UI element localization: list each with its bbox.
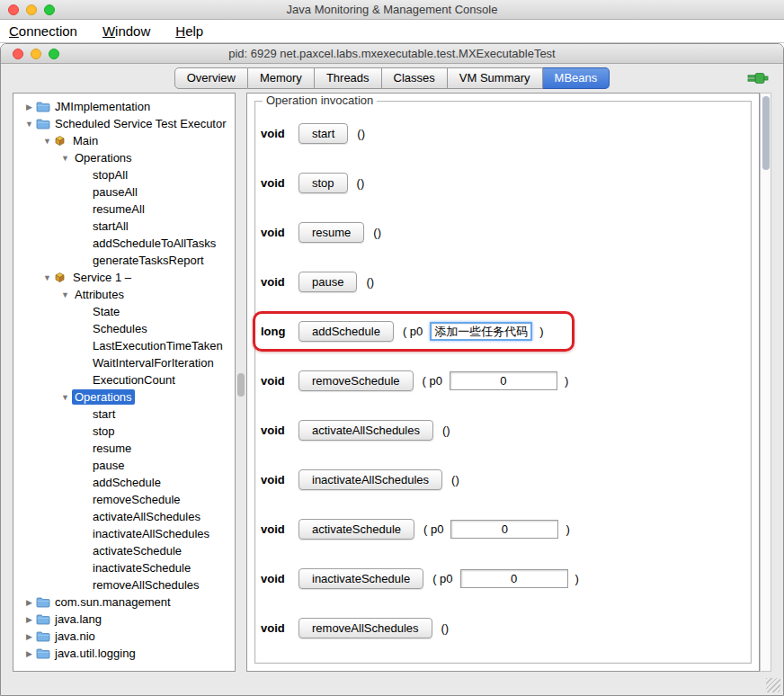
disclosure-expanded-icon[interactable]: ▼ (40, 137, 54, 146)
menu-connection[interactable]: Connection (9, 23, 77, 39)
invoke-inactivateallschedules-button[interactable]: inactivateAllSchedules (298, 469, 442, 490)
tree-item-stop[interactable]: stop (13, 423, 235, 440)
tree-item-startall[interactable]: startAll (13, 218, 235, 235)
invoke-stop-button[interactable]: stop (298, 173, 348, 193)
tree-item-stopall[interactable]: stopAll (13, 166, 235, 183)
vertical-scrollbar-thumb[interactable] (762, 96, 770, 170)
disclosure-collapsed-icon[interactable]: ▶ (22, 632, 36, 641)
tree-item-pauseall[interactable]: pauseAll (13, 183, 235, 201)
connection-minimize-button[interactable] (31, 49, 41, 59)
invoke-resume-button[interactable]: resume (298, 222, 364, 243)
tab-bar: OverviewMemoryThreadsClassesVM SummaryMB… (174, 67, 610, 89)
tree-item-resumeall[interactable]: resumeAll (13, 201, 235, 218)
tree-item-addschedule[interactable]: addSchedule (13, 474, 235, 491)
invoke-removeallschedules-button[interactable]: removeAllSchedules (298, 618, 432, 638)
invoke-start-button[interactable]: start (298, 123, 348, 144)
menu-help[interactable]: Help (175, 23, 203, 39)
invoke-pause-button[interactable]: pause (298, 272, 357, 292)
invoke-addschedule-button[interactable]: addSchedule (298, 321, 394, 342)
resize-grip[interactable] (766, 678, 780, 692)
disclosure-expanded-icon[interactable]: ▼ (58, 154, 72, 163)
zoom-button[interactable] (44, 4, 55, 15)
tree-item-activateschedule[interactable]: activateSchedule (13, 542, 235, 559)
disclosure-expanded-icon[interactable]: ▼ (58, 290, 72, 299)
menu-window[interactable]: Window (102, 23, 150, 39)
minimize-button[interactable] (26, 4, 37, 15)
removeschedule-p0-input[interactable] (450, 371, 557, 390)
tree-item-waitintervalforiteration[interactable]: WaitIntervalForIteration (13, 354, 235, 371)
tree-item-jmimplementation[interactable]: ▶JMImplementation (13, 98, 235, 115)
tree-item-resume[interactable]: resume (13, 440, 235, 457)
disclosure-expanded-icon[interactable]: ▼ (58, 393, 72, 402)
connection-zoom-button[interactable] (49, 49, 59, 59)
tab-vm-summary[interactable]: VM Summary (448, 67, 543, 89)
operations-panel: Operation invocation voidstart()voidstop… (246, 93, 760, 672)
disclosure-collapsed-icon[interactable]: ▶ (22, 649, 36, 658)
split-divider[interactable] (236, 93, 246, 672)
tree-item-addscheduletoalltasks[interactable]: addScheduleToAllTasks (13, 235, 235, 252)
activateschedule-p0-input[interactable] (450, 520, 558, 539)
vertical-scrollbar[interactable] (760, 93, 771, 672)
window-title: Java Monitoring & Management Console (0, 3, 784, 16)
tree-item-label: Scheduled Service Test Executor (52, 116, 229, 131)
mbean-icon (54, 272, 70, 283)
application-window: Java Monitoring & Management Console Con… (0, 0, 784, 696)
tree-item-label: Service 1 – (70, 270, 134, 285)
empty-args-label: () (442, 424, 450, 437)
disclosure-collapsed-icon[interactable]: ▶ (22, 615, 36, 624)
tab-classes[interactable]: Classes (382, 67, 448, 89)
tree-item-label: JMImplementation (52, 99, 153, 114)
disclosure-collapsed-icon[interactable]: ▶ (22, 103, 36, 112)
tree-item-removeallschedules[interactable]: removeAllSchedules (13, 576, 235, 593)
tab-mbeans[interactable]: MBeans (543, 67, 610, 89)
tree-item-operations[interactable]: ▼Operations (13, 149, 235, 166)
empty-args-label: () (451, 473, 459, 486)
invoke-activateschedule-button[interactable]: activateSchedule (298, 519, 414, 540)
folder-icon (36, 648, 52, 659)
tree-item-removeschedule[interactable]: removeSchedule (13, 491, 235, 508)
tree-item-executioncount[interactable]: ExecutionCount (13, 371, 235, 388)
tree-item-com-sun-management[interactable]: ▶com.sun.management (13, 593, 235, 611)
connection-close-button[interactable] (13, 49, 23, 59)
tree-item-inactivateschedule[interactable]: inactivateSchedule (13, 559, 235, 576)
close-button[interactable] (8, 4, 19, 15)
tree-item-activateallschedules[interactable]: activateAllSchedules (13, 508, 235, 525)
tree-item-label: pause (90, 458, 127, 473)
tab-overview[interactable]: Overview (174, 67, 248, 89)
disclosure-expanded-icon[interactable]: ▼ (22, 120, 36, 129)
connection-window-controls (13, 49, 59, 59)
operation-row-addschedule: longaddSchedule( p0) (255, 307, 751, 356)
invoke-removeschedule-button[interactable]: removeSchedule (298, 370, 414, 391)
tree-item-service-1[interactable]: ▼Service 1 – (13, 269, 235, 286)
tree-item-label: Main (70, 133, 101, 148)
operation-invocation-group: Operation invocation voidstart()voidstop… (254, 101, 752, 664)
tree-item-state[interactable]: State (13, 303, 235, 320)
tree-scrollbar-thumb[interactable] (237, 373, 245, 397)
tree-item-attributes[interactable]: ▼Attributes (13, 286, 235, 303)
tree-item-main[interactable]: ▼Main (13, 132, 235, 149)
tree-item-java-util-logging[interactable]: ▶java.util.logging (13, 645, 235, 662)
addschedule-p0-input[interactable] (430, 322, 532, 341)
tree-item-schedules[interactable]: Schedules (13, 320, 235, 337)
invoke-inactivateschedule-button[interactable]: inactivateSchedule (298, 568, 423, 589)
tree-item-inactivateallschedules[interactable]: inactivateAllSchedules (13, 525, 235, 542)
tree-item-java-nio[interactable]: ▶java.nio (13, 628, 235, 645)
window-titlebar[interactable]: Java Monitoring & Management Console (0, 0, 784, 20)
disclosure-expanded-icon[interactable]: ▼ (40, 273, 54, 282)
tree-item-label: inactivateAllSchedules (90, 526, 212, 541)
connected-plug-icon[interactable] (745, 71, 769, 85)
inactivateschedule-p0-input[interactable] (460, 569, 568, 588)
tree-item-pause[interactable]: pause (13, 457, 235, 474)
return-type-label: void (261, 176, 298, 190)
tree-item-generatetasksreport[interactable]: generateTasksReport (13, 252, 235, 269)
tab-threads[interactable]: Threads (315, 67, 382, 89)
tree-item-operations[interactable]: ▼Operations (13, 388, 235, 406)
tree-item-java-lang[interactable]: ▶java.lang (13, 611, 235, 628)
tree-item-start[interactable]: start (13, 406, 235, 423)
disclosure-collapsed-icon[interactable]: ▶ (22, 598, 36, 607)
tab-memory[interactable]: Memory (248, 67, 315, 89)
tree-item-scheduled-service-test-executor[interactable]: ▼Scheduled Service Test Executor (13, 115, 235, 132)
tree-item-lastexecutiontimetaken[interactable]: LastExecutionTimeTaken (13, 337, 235, 354)
invoke-activateallschedules-button[interactable]: activateAllSchedules (298, 420, 433, 441)
connection-titlebar[interactable]: pid: 6929 net.paxcel.labs.mxexecutable.t… (1, 44, 783, 64)
